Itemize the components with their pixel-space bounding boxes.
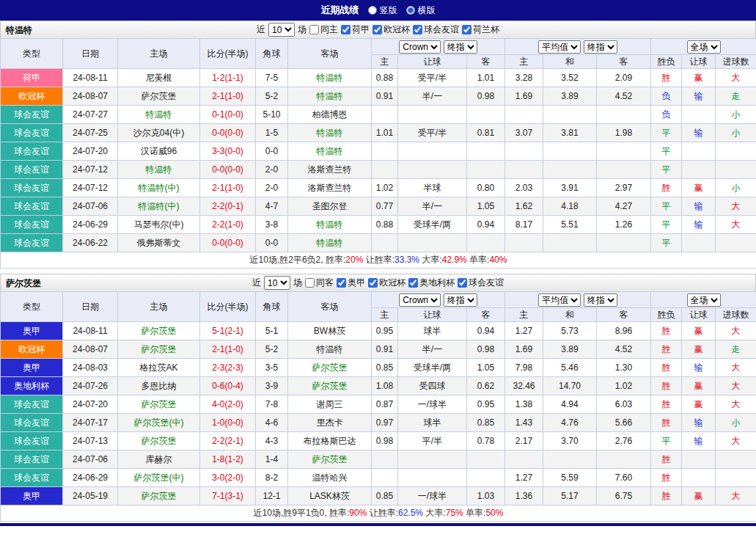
avg-draw: 5.17 — [543, 487, 597, 506]
section-header: 特温特 近 10 场 同主 荷甲欧冠杯球会友谊荷兰杯 — [0, 21, 756, 38]
league-checkbox[interactable] — [458, 278, 467, 288]
same-venue-filter[interactable]: 同主 — [309, 23, 338, 36]
home-team: 多恩比纳 — [118, 377, 200, 395]
sub-col-header: 主 — [372, 308, 398, 322]
league-type: 球会友谊 — [1, 142, 63, 161]
league-checkbox[interactable] — [413, 25, 422, 34]
odds-away: 0.98 — [467, 87, 505, 106]
goals-result — [716, 469, 756, 487]
league-type: 奥甲 — [1, 322, 63, 340]
avg-home: 1.43 — [505, 414, 543, 432]
summary-stat-value: 90% — [349, 508, 367, 518]
odds-final-select[interactable]: 终指 — [444, 40, 477, 54]
corner-score: 4-7 — [256, 197, 288, 216]
summary-stat-label: 单率: — [469, 255, 489, 265]
handicap — [398, 469, 467, 487]
odds-home: 1.02 — [372, 179, 398, 197]
fulltime-select[interactable]: 全场 — [687, 293, 721, 307]
col-header-date: 日期 — [63, 292, 118, 322]
avg-final-select[interactable]: 终指 — [584, 40, 617, 54]
odds-away: 0.81 — [467, 124, 505, 142]
summary-table-row: 近10场,胜2平6负2, 胜率:20% 让胜率:33.3% 大率:42.9% 单… — [1, 252, 756, 269]
avg-draw: 3.89 — [543, 340, 597, 359]
goals-result — [716, 450, 756, 469]
avg-select[interactable]: 平均值 — [538, 293, 581, 307]
avg-final-select[interactable]: 终指 — [584, 293, 617, 307]
vertical-layout-radio[interactable] — [368, 6, 377, 15]
away-team: 布拉格斯巴达 — [288, 432, 372, 450]
league-filter[interactable]: 荷兰杯 — [462, 23, 499, 36]
away-team: 萨尔茨堡 — [288, 359, 372, 377]
result: 平 — [651, 142, 682, 161]
avg-draw: 4.94 — [543, 395, 597, 414]
result: 负 — [651, 87, 682, 106]
away-team: 谢周三 — [288, 395, 372, 414]
same-venue-filter[interactable]: 同客 — [305, 277, 334, 289]
league-label: 荷甲 — [352, 23, 370, 36]
result: 胜 — [651, 450, 682, 469]
handicap-result: 输 — [682, 197, 716, 216]
league-filter[interactable]: 欧冠杯 — [368, 277, 405, 289]
horizontal-layout-radio[interactable] — [406, 6, 415, 15]
table-row: 球会友谊24-06-29马瑟韦尔(中)2-2(1-0)3-8特温特0.88受球半… — [1, 216, 756, 234]
corner-score: 3-8 — [256, 216, 288, 234]
league-checkbox[interactable] — [337, 278, 346, 288]
col-header-away: 客场 — [288, 39, 372, 69]
odds-source-select[interactable]: Crown — [399, 40, 441, 54]
summary-stat-label: 让胜率: — [366, 255, 394, 265]
odds-final-select[interactable]: 终指 — [444, 293, 477, 307]
away-team: 柏德博恩 — [288, 106, 372, 124]
league-checkbox[interactable] — [373, 25, 382, 34]
odds-home: 0.87 — [372, 395, 398, 414]
league-checkbox[interactable] — [408, 278, 418, 288]
league-label: 荷兰杯 — [473, 23, 499, 36]
result: 胜 — [651, 179, 682, 197]
match-count-select[interactable]: 10 — [268, 23, 295, 37]
layout-option-vertical[interactable]: 竖版 — [368, 4, 397, 17]
match-date: 24-06-29 — [63, 216, 118, 234]
handicap: 受平/半 — [398, 69, 467, 87]
avg-home — [505, 161, 543, 179]
league-filters: 荷甲欧冠杯球会友谊荷兰杯 — [341, 23, 499, 36]
match-date: 24-07-12 — [63, 179, 118, 197]
odds-source-select[interactable]: Crown — [399, 293, 441, 307]
table-row: 球会友谊24-06-22俄弗斯蒂文0-0(0-0)0-0特温特平 — [1, 234, 756, 252]
league-type: 球会友谊 — [1, 414, 63, 432]
home-team: 格拉茨AK — [118, 359, 200, 377]
fulltime-select[interactable]: 全场 — [687, 40, 721, 54]
league-filter[interactable]: 奥甲 — [337, 277, 365, 289]
league-checkbox[interactable] — [341, 25, 351, 34]
corner-score: 8-2 — [256, 469, 288, 487]
league-filter[interactable]: 荷甲 — [341, 23, 370, 36]
sub-col-header: 客 — [467, 308, 505, 322]
handicap — [398, 142, 467, 161]
sub-col-header: 和 — [543, 308, 597, 322]
avg-home — [505, 142, 543, 161]
odds-away: 0.62 — [467, 377, 505, 395]
league-checkbox[interactable] — [462, 25, 471, 34]
same-venue-checkbox[interactable] — [309, 25, 319, 34]
home-team: 特温特 — [118, 161, 200, 179]
league-filter[interactable]: 欧冠杯 — [373, 23, 410, 36]
match-date: 24-07-20 — [63, 142, 118, 161]
matches-table: 类型 日期 主场 比分(半场) 角球 客场 Crown 终指 平均值 终指 — [0, 291, 756, 522]
match-date: 24-08-11 — [63, 322, 118, 340]
match-score: 1-0(0-0) — [200, 414, 256, 432]
league-filter[interactable]: 球会友谊 — [413, 23, 459, 36]
corner-score: 3-9 — [256, 377, 288, 395]
handicap-result — [682, 142, 716, 161]
layout-option-horizontal[interactable]: 横版 — [406, 4, 436, 17]
match-date: 24-06-29 — [63, 469, 118, 487]
league-checkbox[interactable] — [368, 278, 378, 288]
same-venue-checkbox[interactable] — [305, 278, 315, 288]
match-date: 24-08-11 — [63, 69, 118, 87]
league-filter[interactable]: 球会友谊 — [458, 277, 504, 289]
avg-select[interactable]: 平均值 — [538, 40, 581, 54]
handicap: 受球半/两 — [398, 359, 467, 377]
near-label: 近 — [252, 277, 261, 289]
match-date: 24-07-27 — [63, 106, 118, 124]
league-filter[interactable]: 奥地利杯 — [408, 277, 455, 289]
summary-stat-label: 单率: — [466, 508, 485, 518]
match-count-select[interactable]: 10 — [264, 276, 290, 290]
odds-group-header: Crown 终指 — [372, 39, 505, 55]
